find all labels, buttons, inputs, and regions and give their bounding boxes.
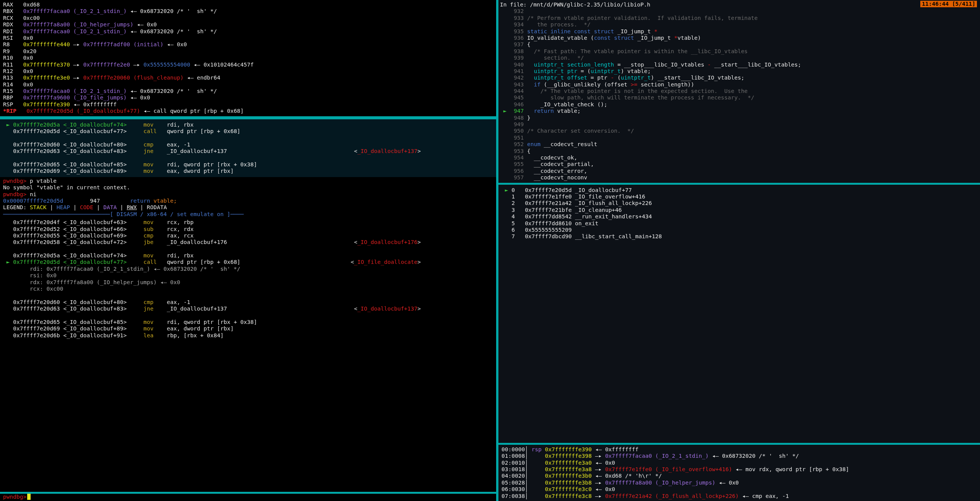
source-line: 932 <box>500 8 977 15</box>
register-row: RBX 0x7ffff7facaa0 (_IO_2_1_stdin_) ◂— 0… <box>3 8 493 15</box>
backtrace-frame: ► 0 0x7ffff7e20d5d _IO_doallocbuf+77 <box>501 187 977 194</box>
disasm-preview-panel: ► 0x7ffff7e20d5a <_IO_doallocbuf+74> mov… <box>0 118 496 177</box>
prompt-label: pwndbg> <box>3 494 26 500</box>
register-row: R12 0x0 <box>3 68 493 75</box>
source-line: 954 __codecvt_ok, <box>500 155 977 161</box>
right-pane: 11:46:44 [5/411] In file: /mnt/d/PWN/gli… <box>498 0 980 501</box>
disasm-row <box>3 312 493 319</box>
source-line: 938 /* Fast path: The vtable pointer is … <box>500 48 977 55</box>
disasm-row <box>3 135 493 141</box>
backtrace-frame: 1 0x7ffff7e1ffe0 _IO_file_overflow+416 <box>501 194 977 200</box>
disasm-row: 0x7ffff7e20d69 <_IO_doallocbuf+89> mov e… <box>3 168 493 174</box>
source-line: 955 __codecvt_partial, <box>500 161 977 168</box>
source-line: 933 /* Perform vtable pointer validation… <box>500 15 977 21</box>
stack-panel: 00:0000│ rsp 0x7fffffffe390 ◂— 0xfffffff… <box>498 445 980 501</box>
disasm-row: 0x7ffff7e20d65 <_IO_doallocbuf+85> mov r… <box>3 319 493 325</box>
debugger-root: RAX 0xd68RBX 0x7ffff7facaa0 (_IO_2_1_std… <box>0 0 980 501</box>
register-row: R9 0x20 <box>3 48 493 55</box>
stack-row: 02:0010│ 0x7fffffffe3a0 ◂— 0x0 <box>501 460 977 466</box>
register-row: R15 0x7ffff7facaa0 (_IO_2_1_stdin_) ◂— 0… <box>3 88 493 94</box>
prompt[interactable]: pwndbg> <box>0 494 496 501</box>
cli-output: pwndbg> p vtableNo symbol "vtable" in cu… <box>0 177 496 218</box>
source-file-header: In file: /mnt/d/PWN/glibc-2.35/libio/lib… <box>500 2 977 8</box>
source-line: 957 __codecvt_noconv <box>500 174 977 181</box>
backtrace-panel: ► 0 0x7ffff7e20d5d _IO_doallocbuf+77 1 0… <box>498 185 980 242</box>
disasm-row: 0x7ffff7e20d63 <_IO_doallocbuf+83> jne _… <box>3 306 493 312</box>
disasm-row: 0x7ffff7e20d60 <_IO_doallocbuf+80> cmp e… <box>3 299 493 306</box>
register-row: RSI 0x0 <box>3 35 493 41</box>
disasm-row: rcx: 0xc00 <box>3 286 493 292</box>
disasm-row: ► 0x7ffff7e20d5d <_IO_doallocbuf+77> cal… <box>3 259 493 265</box>
disasm-row: 0x7ffff7e20d58 <_IO_doallocbuf+72> jbe _… <box>3 239 493 246</box>
disasm-row: 0x7ffff7e20d52 <_IO_doallocbuf+66> sub r… <box>3 226 493 233</box>
register-row: R14 0x0 <box>3 81 493 88</box>
register-row: RAX 0xd68 <box>3 2 493 8</box>
backtrace-frame: 2 0x7ffff7e21a42 _IO_flush_all_lockp+226 <box>501 200 977 207</box>
stack-row: 07:0038│ 0x7fffffffe3c8 —▸ 0x7ffff7e21a4… <box>501 493 977 499</box>
disasm-row: 0x7ffff7e20d63 <_IO_doallocbuf+83> jne _… <box>3 148 493 155</box>
disasm-row <box>3 246 493 252</box>
source-line: 941 uintptr_t ptr = (uintptr_t) vtable; <box>500 68 977 75</box>
source-line: 936 IO_validate_vtable (const struct _IO… <box>500 35 977 41</box>
source-line: 934 the process. */ <box>500 21 977 28</box>
backtrace-frame: 3 0x7ffff7e21bfe _IO_cleanup+46 <box>501 207 977 213</box>
register-row: R10 0x0 <box>3 55 493 61</box>
register-row: RBP 0x7ffff7fa9600 (_IO_file_jumps) ◂— 0… <box>3 94 493 101</box>
register-row: RCX 0xc00 <box>3 15 493 21</box>
source-line: 956 __codecvt_error, <box>500 168 977 174</box>
disasm-row: 0x7ffff7e20d5a <_IO_doallocbuf+74> mov r… <box>3 252 493 259</box>
source-line: 950 /* Character set conversion. */ <box>500 128 977 134</box>
source-line: 953 { <box>500 148 977 155</box>
disasm-row: 0x7ffff7e20d60 <_IO_doallocbuf+80> cmp e… <box>3 142 493 148</box>
cursor <box>27 494 31 500</box>
stack-row: 06:0030│ 0x7fffffffe3c0 ◂— 0x0 <box>501 486 977 493</box>
backtrace-frame: 7 0x7ffff7dbcd90 __libc_start_call_main+… <box>501 233 977 240</box>
disasm-row: 0x7ffff7e20d5d <_IO_doallocbuf+77> call … <box>3 128 493 135</box>
register-row: R11 0x7fffffffe370 —▸ 0x7ffff7ffe2e0 —▸ … <box>3 62 493 68</box>
source-line: 945 slow path, which will terminate the … <box>500 94 977 101</box>
source-line: 937 { <box>500 41 977 48</box>
stack-row: 00:0000│ rsp 0x7fffffffe390 ◂— 0xfffffff… <box>501 446 977 453</box>
backtrace-frame: 4 0x7ffff7dd8542 __run_exit_handlers+434 <box>501 213 977 220</box>
source-panel: In file: /mnt/d/PWN/glibc-2.35/libio/lib… <box>498 0 980 183</box>
source-line: 948 } <box>500 115 977 121</box>
register-row: R13 0x7fffffffe3e0 —▸ 0x7ffff7e20060 (fl… <box>3 75 493 81</box>
disasm-row: 0x7ffff7e20d6b <_IO_doallocbuf+91> lea r… <box>3 332 493 339</box>
backtrace-frame: 6 0x555555555209 <box>501 227 977 233</box>
stack-row: 01:0008│ 0x7fffffffe398 —▸ 0x7ffff7facaa… <box>501 453 977 459</box>
stack-row: 05:0028│ 0x7fffffffe3b8 —▸ 0x7ffff7fa8a0… <box>501 480 977 486</box>
stack-row: 03:0018│ 0x7fffffffe3a8 —▸ 0x7ffff7e1ffe… <box>501 466 977 473</box>
source-line: ► 947 return vtable; <box>500 108 977 114</box>
disasm-row: rdx: 0x7ffff7fa8a00 (_IO_helper_jumps) ◂… <box>3 279 493 286</box>
disasm-row: rsi: 0x0 <box>3 272 493 279</box>
disasm-row <box>3 155 493 161</box>
register-row: RDI 0x7ffff7facaa0 (_IO_2_1_stdin_) ◂— 0… <box>3 28 493 35</box>
disasm-row <box>3 292 493 299</box>
source-line: 935 static inline const struct _IO_jump_… <box>500 28 977 35</box>
disasm-row: 0x7ffff7e20d69 <_IO_doallocbuf+89> mov e… <box>3 325 493 332</box>
source-line: 943 if (__glibc_unlikely (offset >= sect… <box>500 81 977 88</box>
disasm-row: rdi: 0x7ffff7facaa0 (_IO_2_1_stdin_) ◂— … <box>3 266 493 272</box>
register-row: RSP 0x7fffffffe390 ◂— 0xffffffff <box>3 101 493 108</box>
source-line: 951 <box>500 135 977 141</box>
source-line: 939 section. */ <box>500 55 977 61</box>
register-row: *RIP 0x7ffff7e20d5d (_IO_doallocbuf+77) … <box>3 108 493 114</box>
source-line: 944 /* The vtable pointer is not in the … <box>500 88 977 94</box>
register-row: R8 0x7fffffffe440 —▸ 0x7ffff7fadf00 (ini… <box>3 41 493 48</box>
source-line: 949 <box>500 121 977 128</box>
source-line: 952 enum __codecvt_result <box>500 141 977 148</box>
source-line: 946 _IO_vtable_check (); <box>500 101 977 108</box>
disasm-row: 0x7ffff7e20d55 <_IO_doallocbuf+69> cmp r… <box>3 233 493 239</box>
disasm-row: ► 0x7ffff7e20d5a <_IO_doallocbuf+74> mov… <box>3 122 493 128</box>
registers-panel: RAX 0xd68RBX 0x7ffff7facaa0 (_IO_2_1_std… <box>0 0 496 116</box>
left-pane: RAX 0xd68RBX 0x7ffff7facaa0 (_IO_2_1_std… <box>0 0 496 501</box>
source-line: 940 uintptr_t section_length = __stop___… <box>500 62 977 68</box>
register-row: RDX 0x7ffff7fa8a00 (_IO_helper_jumps) ◂—… <box>3 21 493 28</box>
time-badge: 11:46:44 [5/411] <box>920 1 977 7</box>
disasm-panel: 0x7ffff7e20d4f <_IO_doallocbuf+63> mov r… <box>0 218 496 492</box>
disasm-row: 0x7ffff7e20d4f <_IO_doallocbuf+63> mov r… <box>3 219 493 226</box>
stack-row: 04:0020│ 0x7fffffffe3b0 ◂— 0xd68 /* 'h\r… <box>501 473 977 479</box>
source-line: 942 uintptr_t offset = ptr - (uintptr_t)… <box>500 75 977 81</box>
spacer <box>498 242 980 443</box>
backtrace-frame: 5 0x7ffff7dd8610 on_exit <box>501 220 977 227</box>
